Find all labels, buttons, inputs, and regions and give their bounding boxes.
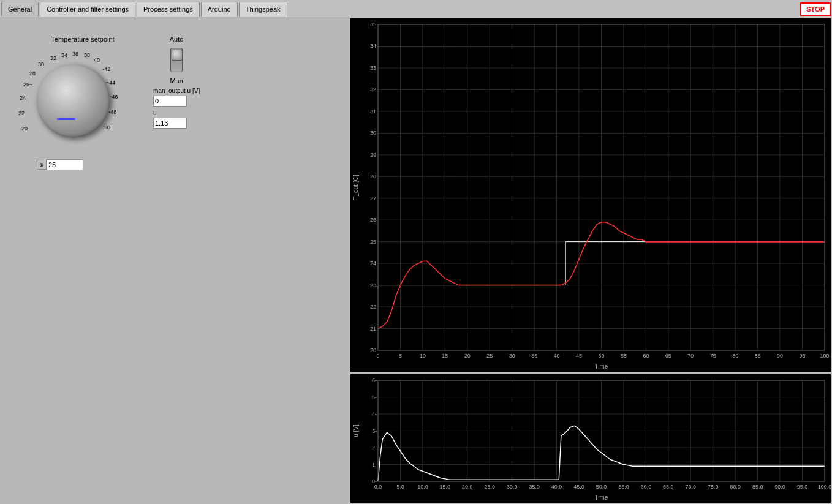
dial-indicator: [57, 118, 75, 120]
auto-man-section: Auto Man man_output u [V] u: [153, 36, 200, 170]
left-panel: Temperature setpoint 20 22 24 26~ 28 30 …: [0, 17, 349, 504]
stop-button[interactable]: STOP: [800, 2, 831, 16]
knob-area: Temperature setpoint 20 22 24 26~ 28 30 …: [18, 36, 129, 170]
knob-value-box: ⊕: [37, 159, 129, 170]
right-panel: [349, 17, 832, 504]
u-label: u: [153, 110, 200, 116]
top-chart-container: [350, 18, 831, 372]
spinner-icon[interactable]: ⊕: [37, 160, 47, 170]
tab-general[interactable]: General: [1, 2, 39, 17]
dial-knob[interactable]: [37, 64, 110, 138]
tab-process[interactable]: Process settings: [137, 2, 200, 17]
top-chart: [350, 18, 831, 372]
knob-section: Temperature setpoint 20 22 24 26~ 28 30 …: [18, 36, 343, 170]
knob-label: Temperature setpoint: [37, 36, 129, 43]
bottom-chart-container: [350, 374, 831, 503]
man-label: Man: [170, 77, 183, 85]
tab-thingspeak[interactable]: Thingspeak: [239, 2, 287, 17]
setpoint-input[interactable]: [47, 159, 83, 170]
man-output-label: man_output u [V]: [153, 88, 200, 94]
auto-label: Auto: [170, 36, 184, 43]
toggle-knob: [172, 50, 183, 61]
tab-bar: General Controller and filter settings P…: [0, 0, 832, 17]
man-output-input[interactable]: [153, 96, 187, 107]
toggle-switch[interactable]: [170, 48, 183, 72]
tab-controller[interactable]: Controller and filter settings: [40, 2, 135, 17]
tab-arduino[interactable]: Arduino: [201, 2, 238, 17]
dial-wrapper: 20 22 24 26~ 28 30 32 34 36 38 40 ~42 ~4…: [18, 46, 129, 156]
man-output-section: man_output u [V] u: [153, 88, 200, 129]
u-value-input[interactable]: [153, 118, 187, 129]
main-content: Temperature setpoint 20 22 24 26~ 28 30 …: [0, 17, 832, 504]
bottom-chart: [350, 374, 831, 503]
